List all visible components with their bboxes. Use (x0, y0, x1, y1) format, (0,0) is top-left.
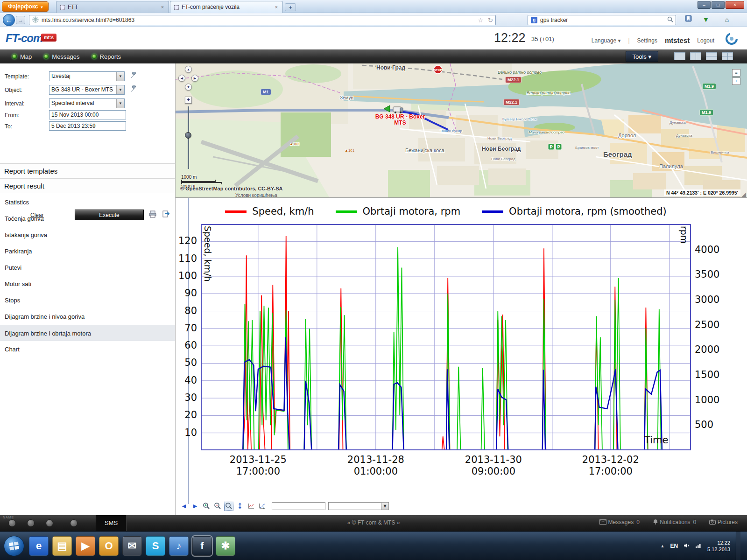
overview-map-icon[interactable]: + (732, 77, 740, 85)
language-menu[interactable]: Language ▾ (592, 37, 621, 44)
chart-zoom-in-button[interactable] (202, 502, 211, 511)
tools-button[interactable]: Tools ▾ (626, 51, 659, 62)
search-input[interactable] (540, 17, 665, 23)
language-indicator[interactable]: EN (670, 543, 678, 549)
chart-prev-button[interactable]: ◀ (179, 502, 189, 511)
taskbar-icon-skype[interactable]: S (146, 536, 165, 556)
nav-map[interactable]: Map (12, 53, 32, 60)
home-icon[interactable]: ⌂ (721, 15, 733, 25)
nav-messages[interactable]: Messages (44, 53, 79, 60)
to-input[interactable] (49, 121, 126, 131)
minimize-button[interactable]: – (698, 1, 711, 9)
sidebar-item-6[interactable]: Stops (0, 292, 175, 308)
taskbar-icon-media-player[interactable]: ▶ (76, 536, 95, 556)
logout-link[interactable]: Logout (697, 37, 714, 44)
nav-reports[interactable]: Reports (92, 53, 121, 60)
pan-down-button[interactable]: ▼ (185, 84, 192, 91)
taskbar-icon-mail[interactable]: ✉ (122, 536, 142, 556)
bookmarks-icon[interactable] (683, 15, 694, 25)
layout-split-vertical-icon[interactable] (690, 52, 701, 60)
map-corner-toggle[interactable]: ◢ (741, 191, 746, 198)
messages-status[interactable]: Messages0 (599, 519, 640, 525)
settings-link[interactable]: Settings (637, 37, 657, 44)
map-place-label: Дунавска (676, 133, 692, 138)
chart-series-select[interactable]: ▼ (328, 502, 389, 510)
reload-icon[interactable]: ↻ (488, 17, 493, 24)
network-icon[interactable] (695, 542, 702, 550)
y-right-tick: 1500 (695, 369, 727, 380)
y-right-tick: 2500 (695, 319, 727, 330)
zoom-in-button[interactable]: + (185, 97, 192, 104)
sidebar-item-9[interactable]: Chart (0, 341, 175, 357)
chart-range-input[interactable] (272, 502, 325, 510)
pan-right-button[interactable]: ▶ (191, 75, 198, 82)
close-window-button[interactable]: × (726, 1, 744, 9)
tab-ftcom[interactable]: FT-com praćenje vozila × (170, 1, 283, 13)
template-wrench-icon[interactable] (130, 72, 137, 81)
pictures-status[interactable]: Pictures (709, 519, 738, 525)
sidebar-item-2[interactable]: Istakanja goriva (0, 227, 175, 243)
sidebar-item-3[interactable]: Parkiranja (0, 243, 175, 259)
taskbar-icon-firefox[interactable]: f (192, 536, 212, 556)
map-place-label: Нови Београд (482, 146, 521, 152)
map-terms-link[interactable]: Услови коришћења (235, 193, 277, 198)
road-badge: M1.9 (702, 83, 716, 90)
taskbar-icon-itunes[interactable]: ♪ (169, 536, 189, 556)
tab-ftt[interactable]: FTT × (56, 1, 169, 13)
pan-up-button[interactable]: ▲ (185, 66, 192, 73)
object-select[interactable]: BG 348 UR - Boxer MTS▼ (49, 85, 125, 95)
pan-left-button[interactable]: ◀ (178, 75, 185, 82)
sidebar-item-8[interactable]: Dijagram brzine i obrtaja motora (0, 325, 175, 341)
hidden-icons-button[interactable]: ▲ (660, 544, 664, 548)
taskbar-icon-outlook[interactable]: O (99, 536, 119, 556)
search-engine-icon[interactable]: g (531, 17, 537, 23)
taskbar-icon-tool[interactable]: ✱ (216, 536, 235, 556)
layout-grid-icon[interactable] (722, 52, 733, 60)
section-report-templates[interactable]: Report templates (0, 163, 175, 178)
app-nav: Map Messages Reports Tools ▾ (0, 49, 747, 63)
zoom-slider-handle[interactable] (185, 132, 191, 139)
sidebar-item-5[interactable]: Motor sati (0, 276, 175, 292)
notifications-status[interactable]: Notifications0 (653, 519, 696, 525)
object-wrench-icon[interactable] (130, 85, 137, 95)
sidebar-item-0[interactable]: Statistics (0, 194, 175, 210)
site-identity-icon[interactable] (32, 16, 39, 24)
show-desktop-button[interactable] (736, 532, 740, 560)
layers-icon[interactable]: ≡ (732, 69, 740, 77)
search-bar[interactable]: g (528, 15, 676, 25)
template-select[interactable]: Izvestaj▼ (49, 71, 125, 81)
volume-icon[interactable] (684, 542, 690, 550)
close-tab-icon[interactable]: × (159, 4, 166, 11)
start-button[interactable] (4, 536, 24, 556)
layout-split-horizontal-icon[interactable] (706, 52, 717, 60)
search-icon[interactable] (667, 16, 673, 24)
chart-pan-button[interactable] (235, 502, 245, 511)
taskbar-icon-windows-explorer[interactable]: ▤ (52, 536, 72, 556)
url-input[interactable] (42, 17, 475, 23)
forward-button[interactable]: → (16, 16, 25, 24)
sidebar-item-4[interactable]: Putevi (0, 259, 175, 276)
legend-item: Obrtaji motora, rpm (smoothed) (482, 206, 667, 217)
layout-single-icon[interactable] (674, 52, 685, 60)
chart-plot[interactable] (201, 224, 691, 450)
chart-zoom-out-button[interactable] (213, 502, 222, 511)
url-bar[interactable]: ☆ ↻ (29, 15, 496, 25)
taskbar-icon-internet-explorer[interactable]: e (29, 536, 49, 556)
bookmark-star-icon[interactable]: ☆ (478, 17, 483, 24)
chart-zoom-box-button[interactable] (224, 502, 233, 511)
maximize-button[interactable]: □ (712, 1, 725, 9)
new-tab-button[interactable]: + (285, 3, 296, 11)
chart-log-scale-button[interactable]: L (258, 502, 267, 511)
sidebar-item-1[interactable]: Točenja goriva (0, 210, 175, 227)
chart-next-button[interactable]: ▶ (190, 502, 200, 511)
taskbar-clock[interactable]: 12:22 5.12.2013 (707, 539, 730, 553)
firefox-menu-button[interactable]: Фајерфокс▾ (2, 1, 49, 12)
downloads-icon[interactable]: ▼ (700, 15, 712, 25)
from-input[interactable] (49, 110, 126, 119)
interval-select[interactable]: Specified interval▼ (49, 98, 125, 108)
sidebar-item-7[interactable]: Dijagram brzine i nivoa goriva (0, 308, 175, 325)
close-tab-icon[interactable]: × (273, 4, 280, 11)
chart-linear-scale-button[interactable] (247, 502, 256, 511)
back-button[interactable]: ← (3, 14, 15, 26)
section-report-result[interactable]: Report result (0, 178, 175, 193)
